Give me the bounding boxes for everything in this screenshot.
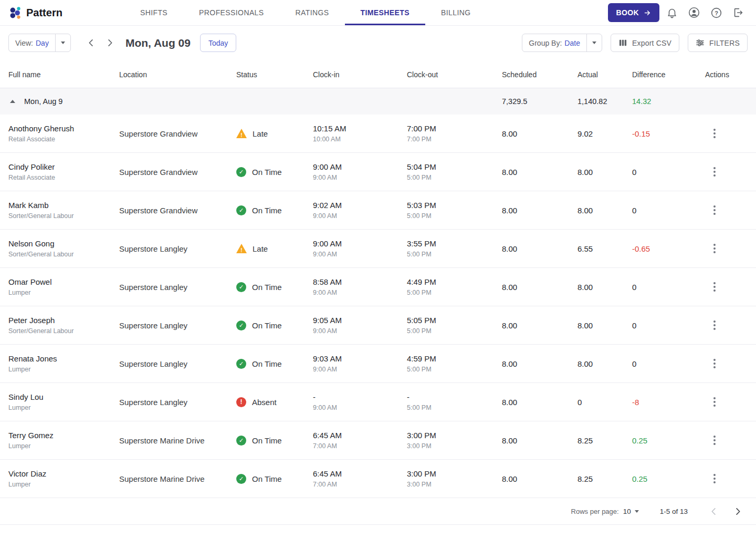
collapse-group-button[interactable]	[6, 95, 19, 108]
group-difference-total: 14.32	[632, 97, 705, 106]
scheduled-hours: 8.00	[502, 129, 578, 138]
actual-hours: 8.00	[578, 321, 632, 330]
status-icon	[236, 167, 246, 177]
notifications-button[interactable]	[663, 3, 681, 22]
today-button[interactable]: Today	[200, 34, 236, 52]
employee-role: Lumper	[8, 481, 119, 488]
clock-in-scheduled: 7:00 AM	[313, 481, 407, 488]
row-actions-menu-button[interactable]	[706, 355, 723, 372]
clock-in-scheduled: 10:00 AM	[313, 136, 407, 143]
pagination-bar: Rows per page: 10 1-5 of 13	[0, 498, 756, 525]
account-button[interactable]	[685, 3, 704, 22]
col-actual: Actual	[578, 70, 632, 79]
location-cell: Superstore Grandview	[119, 206, 236, 215]
clock-out-scheduled: 5:00 PM	[407, 366, 502, 373]
actual-hours: 8.00	[578, 206, 632, 215]
timesheets-table: Full name Location Status Clock-in Clock…	[0, 61, 756, 498]
clock-in-scheduled: 7:00 AM	[313, 442, 407, 450]
avatar-icon	[688, 6, 700, 19]
clock-out-actual: 4:49 PM	[407, 277, 502, 286]
location-cell: Superstore Marine Drive	[119, 474, 236, 483]
group-by-caret[interactable]	[586, 34, 602, 51]
nav-right-controls: BOOK ?	[608, 3, 748, 22]
row-actions-menu-button[interactable]	[706, 470, 723, 487]
status-label: Late	[253, 129, 268, 138]
status-icon	[236, 282, 246, 292]
tab-billing[interactable]: BILLING	[425, 0, 487, 25]
difference-value: -0.15	[632, 129, 705, 138]
group-actual-total: 1,140.82	[578, 97, 632, 106]
col-full-name: Full name	[8, 70, 119, 79]
difference-value: 0	[632, 168, 705, 177]
location-cell: Superstore Langley	[119, 359, 236, 368]
next-page-button[interactable]	[728, 501, 748, 521]
sign-out-button[interactable]	[729, 3, 748, 22]
difference-value: -8	[632, 398, 705, 407]
group-by-value: Date	[564, 39, 580, 47]
row-actions-menu-button[interactable]	[706, 278, 723, 295]
employee-role: Lumper	[8, 404, 119, 411]
tab-timesheets[interactable]: TIMESHEETS	[345, 0, 425, 25]
status-label: On Time	[252, 206, 282, 215]
clock-out-actual: 3:00 PM	[407, 469, 502, 478]
prev-day-button[interactable]	[83, 35, 99, 51]
scheduled-hours: 8.00	[502, 283, 578, 292]
view-selector-button[interactable]: View: Day	[9, 34, 55, 51]
view-label: View:	[15, 39, 33, 47]
employee-name: Victor Diaz	[8, 469, 119, 478]
rows-per-page-select[interactable]: 10	[623, 508, 639, 515]
view-value: Day	[36, 39, 49, 47]
row-actions-menu-button[interactable]	[706, 317, 723, 334]
clock-out-scheduled: 5:00 PM	[407, 289, 502, 296]
table-body: Anothony Gherush Retail Associate Supers…	[0, 115, 756, 498]
scheduled-hours: 8.00	[502, 436, 578, 445]
row-actions-menu-button[interactable]	[706, 163, 723, 180]
row-actions-menu-button[interactable]	[706, 202, 723, 219]
employee-name: Cindy Poliker	[8, 162, 119, 171]
prev-page-button[interactable]	[704, 501, 723, 521]
employee-name: Anothony Gherush	[8, 124, 119, 133]
employee-role: Sorter/General Labour	[8, 327, 119, 335]
status-label: On Time	[252, 436, 282, 445]
row-actions-menu-button[interactable]	[706, 240, 723, 257]
col-actions: Actions	[705, 70, 748, 79]
brand-logo[interactable]: Pattern	[8, 6, 62, 20]
col-clock-out: Clock-out	[407, 70, 502, 79]
view-selector-caret[interactable]	[55, 34, 70, 51]
actual-hours: 9.02	[578, 129, 632, 138]
employee-role: Lumper	[8, 289, 119, 296]
tab-ratings[interactable]: RATINGS	[280, 0, 345, 25]
clock-in-scheduled: 9:00 AM	[313, 174, 407, 181]
pattern-logo-icon	[8, 6, 23, 20]
svg-text:?: ?	[715, 9, 718, 16]
export-csv-button[interactable]: Export CSV	[611, 34, 679, 52]
row-actions-menu-button[interactable]	[706, 125, 723, 142]
group-scheduled-total: 7,329.5	[502, 97, 578, 106]
clock-in-scheduled: 9:00 AM	[313, 404, 407, 411]
chevron-right-icon	[733, 506, 743, 516]
tab-professionals[interactable]: PROFESSIONALS	[183, 0, 279, 25]
filters-button[interactable]: FILTERS	[688, 34, 748, 52]
col-location: Location	[119, 70, 236, 79]
help-button[interactable]: ?	[707, 3, 726, 22]
next-day-button[interactable]	[102, 35, 118, 51]
view-selector: View: Day	[8, 34, 71, 52]
row-actions-menu-button[interactable]	[706, 432, 723, 449]
table-row: Nelson Gong Sorter/General Labour Supers…	[0, 230, 756, 268]
book-button[interactable]: BOOK	[608, 3, 659, 22]
chevron-down-icon	[61, 42, 65, 44]
employee-name: Mark Kamb	[8, 201, 119, 210]
status-cell: Late	[236, 244, 313, 253]
scheduled-hours: 8.00	[502, 168, 578, 177]
row-actions-menu-button[interactable]	[706, 394, 723, 410]
clock-in-scheduled: 9:00 AM	[313, 212, 407, 220]
table-row: Omar Powel Lumper Superstore Langley On …	[0, 268, 756, 306]
tab-shifts[interactable]: SHIFTS	[124, 0, 183, 25]
clock-in-scheduled: 9:00 AM	[313, 289, 407, 296]
group-by-button[interactable]: Group By: Date	[522, 34, 586, 51]
group-row: Mon, Aug 9 7,329.5 1,140.82 14.32	[0, 88, 756, 115]
clock-out-scheduled: 5:00 PM	[407, 251, 502, 258]
table-row: Anothony Gherush Retail Associate Supers…	[0, 115, 756, 153]
book-button-label: BOOK	[616, 8, 639, 17]
clock-in-actual: 6:45 AM	[313, 431, 407, 440]
